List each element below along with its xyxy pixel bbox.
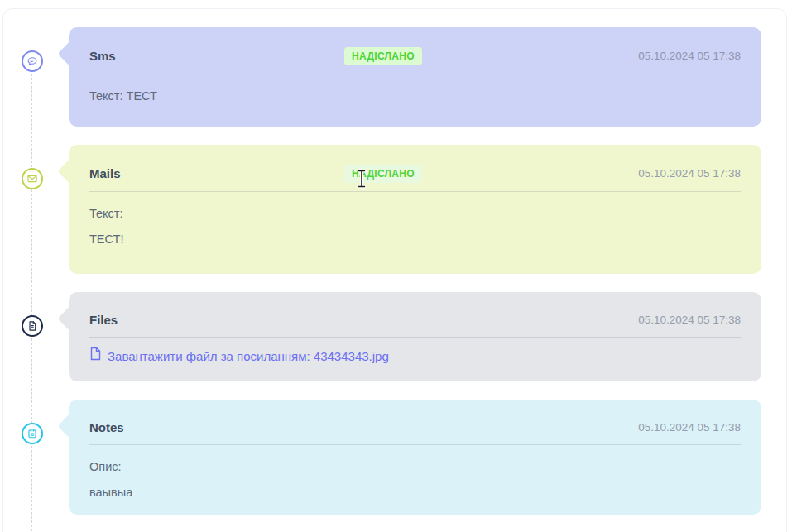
status-badge: НАДІСЛАНО — [344, 165, 422, 183]
sms-card-arrow — [57, 41, 83, 66]
download-file-link-label: Завантажити файл за посиланням: 43434343… — [108, 347, 389, 366]
document-icon-marker — [22, 315, 43, 337]
document-icon — [26, 320, 38, 332]
files-card: Files 05.10.2024 05 17:38 Завантажити фа… — [69, 292, 761, 381]
mails-card: Mails НАДІСЛАНО 05.10.2024 05 17:38 Текс… — [69, 145, 761, 274]
timeline-rail — [31, 61, 32, 532]
timestamp: 05.10.2024 05 17:38 — [422, 165, 741, 182]
sms-card-header: Sms НАДІСЛАНО 05.10.2024 05 17:38 — [89, 27, 741, 74]
timestamp: 05.10.2024 05 17:38 — [379, 419, 741, 436]
mails-timeline-marker — [22, 168, 43, 189]
files-card-body: Завантажити файл за посиланням: 43434343… — [69, 338, 761, 366]
card-title: Files — [89, 312, 379, 328]
note-icon — [26, 428, 38, 439]
notes-description-label: Опис: — [89, 458, 741, 476]
card-title: Sms — [89, 48, 344, 65]
note-icon-marker — [22, 423, 43, 444]
envelope-icon — [26, 173, 38, 185]
activity-timeline-panel: Sms НАДІСЛАНО 05.10.2024 05 17:38 Текст:… — [2, 8, 787, 532]
files-card-header: Files 05.10.2024 05 17:38 — [89, 292, 741, 338]
download-file-link[interactable]: Завантажити файл за посиланням: 43434343… — [89, 347, 389, 366]
status-badge: НАДІСЛАНО — [344, 47, 422, 65]
chat-bubble-icon — [26, 55, 38, 67]
mails-text-label: Текст: — [89, 204, 741, 223]
mails-card-body: Текст: ТЕСТ! — [69, 204, 761, 248]
mails-card-header: Mails НАДІСЛАНО 05.10.2024 05 17:38 — [89, 145, 741, 192]
sms-text-line: Текст: ТЕСТ — [89, 87, 741, 105]
sms-card-body: Текст: ТЕСТ — [69, 87, 761, 105]
mails-text-line: ТЕСТ! — [89, 230, 741, 248]
files-card-arrow — [57, 305, 83, 331]
timestamp: 05.10.2024 05 17:38 — [422, 48, 741, 65]
notes-description-text: ваывыа — [89, 483, 741, 501]
card-title: Notes — [89, 419, 379, 436]
notes-card-header: Notes 05.10.2024 05 17:38 — [89, 400, 741, 445]
notes-card: Notes 05.10.2024 05 17:38 Опис: ваывыа — [69, 400, 761, 515]
notes-card-body: Опис: ваывыа — [69, 458, 761, 501]
sms-timeline-marker — [22, 50, 43, 72]
card-title: Mails — [89, 165, 344, 182]
mails-card-arrow — [57, 158, 83, 184]
timestamp: 05.10.2024 05 17:38 — [379, 312, 741, 328]
file-icon — [89, 347, 102, 366]
notes-card-arrow — [57, 413, 83, 439]
sms-card: Sms НАДІСЛАНО 05.10.2024 05 17:38 Текст:… — [69, 27, 761, 127]
